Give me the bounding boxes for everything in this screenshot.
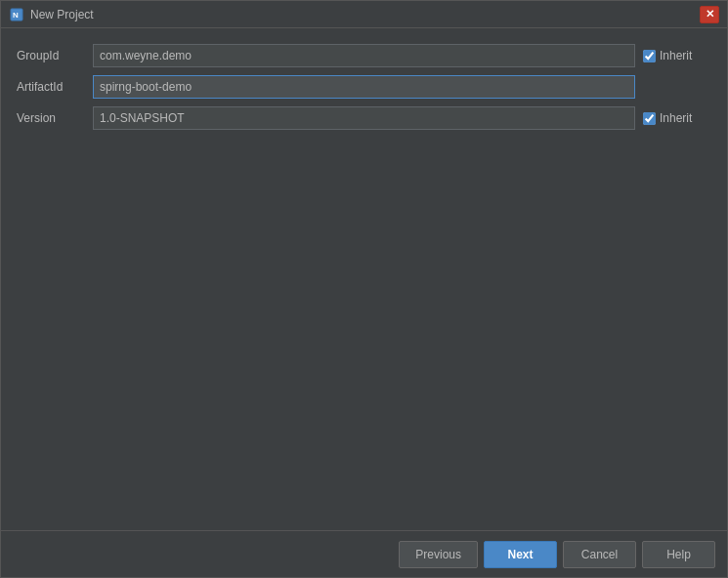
content-area: GroupId Inherit ArtifactId Version Inher… — [1, 28, 727, 530]
help-button[interactable]: Help — [642, 541, 715, 568]
new-project-window: N New Project ✕ GroupId Inherit Artifact… — [0, 0, 728, 578]
groupid-inherit-label: Inherit — [660, 49, 692, 62]
version-inherit-checkbox[interactable] — [643, 112, 656, 125]
groupid-inherit-checkbox[interactable] — [643, 50, 656, 62]
previous-button[interactable]: Previous — [399, 541, 478, 568]
version-inherit-label: Inherit — [660, 111, 692, 125]
window-icon: N — [9, 7, 24, 22]
empty-space — [17, 130, 711, 530]
button-bar: Previous Next Cancel Help — [1, 530, 727, 577]
help-label: Help — [666, 548, 691, 561]
groupid-input[interactable] — [93, 44, 635, 67]
version-label: Version — [17, 111, 85, 125]
previous-label: Previous — [415, 548, 461, 561]
svg-text:N: N — [13, 11, 19, 20]
close-icon: ✕ — [706, 8, 714, 21]
version-input[interactable] — [93, 106, 635, 130]
title-bar: N New Project ✕ — [1, 1, 727, 28]
cancel-button[interactable]: Cancel — [563, 541, 636, 568]
next-button[interactable]: Next — [484, 541, 557, 568]
artifactid-label: ArtifactId — [17, 80, 85, 94]
window-title: New Project — [30, 8, 700, 21]
cancel-label: Cancel — [581, 548, 618, 561]
artifactid-input[interactable] — [93, 75, 635, 99]
groupid-inherit-container: Inherit — [643, 49, 711, 62]
close-button[interactable]: ✕ — [700, 6, 719, 23]
next-label: Next — [507, 548, 533, 561]
groupid-label: GroupId — [17, 49, 85, 62]
form-grid: GroupId Inherit ArtifactId Version Inher… — [17, 44, 711, 130]
version-inherit-container: Inherit — [643, 111, 711, 125]
